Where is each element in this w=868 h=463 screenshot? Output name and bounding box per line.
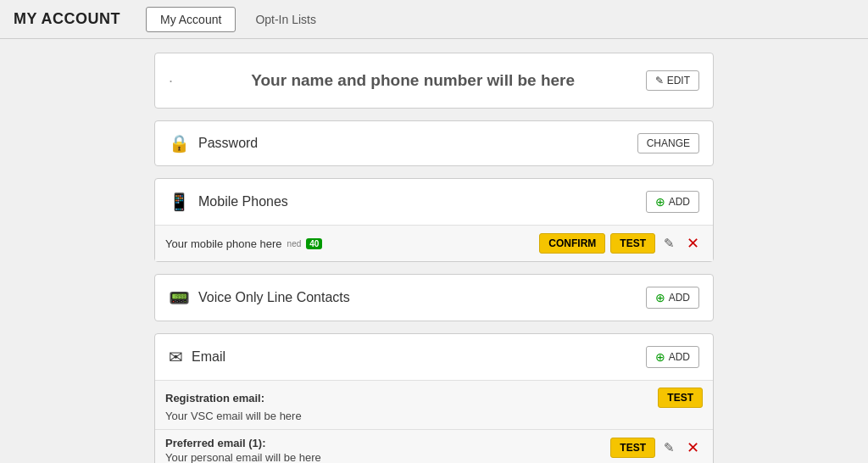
change-password-button[interactable]: CHANGE bbox=[637, 133, 699, 153]
add-mobile-button[interactable]: ⊕ ADD bbox=[646, 191, 699, 213]
bullet-point: · bbox=[169, 72, 173, 90]
phone-badge-label: ned bbox=[287, 239, 302, 248]
mobile-header: 📱 Mobile Phones ⊕ ADD bbox=[155, 179, 713, 225]
lock-icon: 🔒 bbox=[169, 133, 190, 153]
top-bar: MY ACCOUNT My Account Opt-In Lists bbox=[0, 0, 868, 39]
tabs-container: My Account Opt-In Lists bbox=[146, 0, 336, 38]
tab-opt-in[interactable]: Opt-In Lists bbox=[241, 7, 331, 32]
preferred-email-row: Preferred email (1): Your personal email… bbox=[155, 429, 713, 463]
plus-icon: ⊕ bbox=[655, 195, 665, 209]
edit-preferred-email-button[interactable]: ✎ bbox=[660, 438, 678, 457]
test-preferred-email-button[interactable]: TEST bbox=[610, 438, 655, 458]
name-phone-card: · Your name and phone number will be her… bbox=[154, 53, 714, 109]
test-registration-email-button[interactable]: TEST bbox=[658, 388, 703, 408]
phone-icon: 📱 bbox=[169, 192, 190, 212]
edit-email-icon: ✎ bbox=[664, 440, 675, 455]
calc-icon: 📟 bbox=[169, 287, 190, 308]
test-phone-button[interactable]: TEST bbox=[610, 233, 655, 254]
preferred-email-label: Preferred email (1): bbox=[165, 437, 321, 449]
add-email-button[interactable]: ⊕ ADD bbox=[646, 346, 699, 368]
email-card: ✉ Email ⊕ ADD Registration email: TEST Y… bbox=[154, 333, 714, 463]
tab-my-account[interactable]: My Account bbox=[146, 7, 236, 32]
confirm-phone-button[interactable]: CONFIRM bbox=[539, 233, 605, 254]
edit-icon: ✎ bbox=[655, 75, 664, 86]
main-content: · Your name and phone number will be her… bbox=[137, 39, 731, 463]
edit-button[interactable]: ✎ EDIT bbox=[646, 70, 699, 91]
edit-phone-icon: ✎ bbox=[664, 236, 675, 250]
phone-value: Your mobile phone here bbox=[165, 237, 282, 250]
delete-phone-button[interactable]: ✕ bbox=[683, 232, 703, 254]
name-phone-text: Your name and phone number will be here bbox=[180, 71, 646, 90]
page-title: MY ACCOUNT bbox=[14, 10, 120, 28]
email-icon: ✉ bbox=[169, 347, 183, 367]
phone-badge-count: 40 bbox=[306, 238, 322, 249]
password-title: Password bbox=[198, 136, 258, 151]
password-card: 🔒 Password CHANGE bbox=[154, 120, 714, 166]
delete-preferred-email-button[interactable]: ✕ bbox=[683, 437, 703, 459]
email-title: Email bbox=[192, 349, 225, 365]
voice-header: 📟 Voice Only Line Contacts ⊕ ADD bbox=[155, 275, 713, 321]
registration-email-row: Registration email: TEST Your VSC email … bbox=[155, 380, 713, 429]
edit-phone-button[interactable]: ✎ bbox=[660, 234, 678, 253]
delete-phone-icon: ✕ bbox=[687, 235, 699, 252]
password-header: 🔒 Password CHANGE bbox=[155, 121, 713, 165]
delete-email-icon: ✕ bbox=[687, 439, 699, 456]
mobile-phones-card: 📱 Mobile Phones ⊕ ADD Your mobile phone … bbox=[154, 178, 714, 262]
preferred-email-value: Your personal email will be here bbox=[165, 451, 321, 463]
registration-email-value: Your VSC email will be here bbox=[165, 410, 703, 422]
plus-icon-voice: ⊕ bbox=[655, 291, 665, 304]
voice-card: 📟 Voice Only Line Contacts ⊕ ADD bbox=[154, 274, 714, 321]
phone-row: Your mobile phone here ned 40 CONFIRM TE… bbox=[155, 225, 713, 261]
email-header: ✉ Email ⊕ ADD bbox=[155, 334, 713, 380]
mobile-title: Mobile Phones bbox=[198, 194, 288, 209]
plus-icon-email: ⊕ bbox=[655, 350, 665, 364]
registration-email-label: Registration email: bbox=[165, 392, 264, 404]
add-voice-button[interactable]: ⊕ ADD bbox=[646, 287, 699, 309]
voice-title: Voice Only Line Contacts bbox=[198, 290, 350, 305]
